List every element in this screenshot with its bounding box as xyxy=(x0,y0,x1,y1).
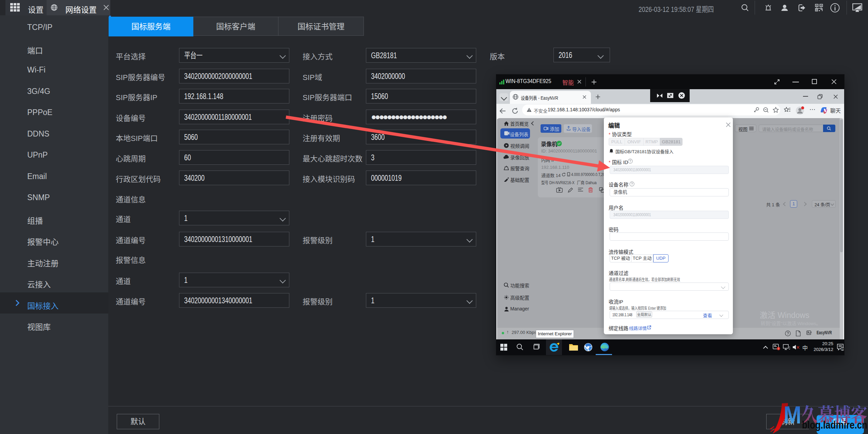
svg-text:M: M xyxy=(784,401,801,429)
svg-text:blog.ladmire.cn: blog.ladmire.cn xyxy=(802,419,867,431)
